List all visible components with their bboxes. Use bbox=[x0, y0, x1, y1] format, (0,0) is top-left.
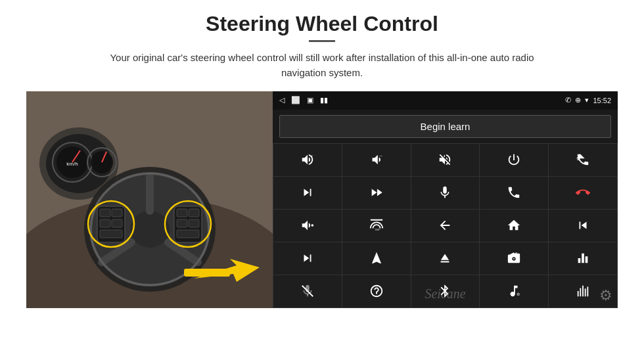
radio-button[interactable] bbox=[480, 242, 548, 275]
window-icon[interactable]: ⬜ bbox=[291, 96, 300, 104]
svg-text:⚙: ⚙ bbox=[517, 292, 520, 296]
status-right: ✆ ⊕ ▾ 15:52 bbox=[565, 96, 611, 104]
svg-rect-29 bbox=[177, 219, 187, 227]
svg-point-38 bbox=[311, 224, 313, 227]
svg-text:360°: 360° bbox=[375, 228, 380, 231]
home-button[interactable] bbox=[480, 210, 548, 242]
svg-rect-27 bbox=[177, 209, 187, 217]
settings-button[interactable] bbox=[342, 275, 411, 307]
skip-next-button[interactable] bbox=[273, 177, 342, 209]
skip-previous-button[interactable] bbox=[549, 210, 617, 242]
android-screen: ◁ ⬜ ▣ ▮▮ ✆ ⊕ ▾ 15:52 Begin learn bbox=[273, 91, 618, 308]
music-button[interactable]: ⚙ bbox=[480, 275, 548, 307]
begin-learn-button[interactable]: Begin learn bbox=[279, 115, 611, 138]
vol-up-button[interactable]: + bbox=[273, 144, 342, 176]
phone-answer-button[interactable] bbox=[480, 177, 548, 209]
clock: 15:52 bbox=[593, 97, 611, 104]
begin-learn-row: Begin learn bbox=[273, 110, 618, 143]
svg-text:+: + bbox=[310, 153, 313, 159]
wifi-icon: ▾ bbox=[585, 96, 589, 104]
content-row: km/h bbox=[26, 91, 618, 308]
mic-button[interactable] bbox=[411, 177, 480, 209]
svg-rect-31 bbox=[177, 230, 199, 238]
title-divider bbox=[309, 40, 335, 42]
equalizer-button[interactable] bbox=[549, 242, 617, 275]
svg-rect-21 bbox=[112, 209, 122, 217]
svg-rect-23 bbox=[112, 219, 122, 227]
phone-prev-button[interactable] bbox=[549, 144, 617, 176]
svg-rect-34 bbox=[184, 269, 230, 277]
eject-button[interactable] bbox=[411, 242, 480, 275]
page-title: Steering Wheel Control bbox=[206, 12, 438, 36]
fast-forward-button[interactable] bbox=[342, 177, 411, 209]
power-button[interactable] bbox=[480, 144, 548, 176]
settings-gear-icon[interactable]: ⚙ bbox=[599, 287, 612, 304]
camera360-button[interactable]: 360° bbox=[342, 210, 411, 242]
back-nav-button[interactable] bbox=[411, 210, 480, 242]
status-bar: ◁ ⬜ ▣ ▮▮ ✆ ⊕ ▾ 15:52 bbox=[273, 91, 618, 110]
location-icon: ⊕ bbox=[575, 96, 581, 104]
svg-rect-20 bbox=[100, 209, 110, 217]
status-left: ◁ ⬜ ▣ ▮▮ bbox=[279, 96, 328, 104]
horn-button[interactable] bbox=[273, 210, 342, 242]
svg-rect-30 bbox=[189, 219, 199, 227]
svg-point-13 bbox=[130, 211, 170, 248]
controls-grid: + − bbox=[273, 143, 618, 308]
square-icon[interactable]: ▣ bbox=[307, 96, 313, 104]
navigation-button[interactable] bbox=[342, 242, 411, 275]
back-nav-icon[interactable]: ◁ bbox=[279, 96, 285, 104]
phone-hang-up-button[interactable] bbox=[549, 177, 617, 209]
signal-bars-icon: ▮▮ bbox=[320, 96, 328, 104]
svg-rect-28 bbox=[189, 209, 199, 217]
page-subtitle: Your original car's steering wheel contr… bbox=[92, 50, 552, 81]
skip-forward-button[interactable] bbox=[273, 242, 342, 275]
bluetooth-button[interactable] bbox=[411, 275, 480, 307]
vol-down-button[interactable]: − bbox=[342, 144, 411, 176]
mute-button[interactable] bbox=[411, 144, 480, 176]
car-image: km/h bbox=[26, 91, 273, 308]
phone-status-icon: ✆ bbox=[565, 96, 571, 104]
svg-rect-22 bbox=[100, 219, 110, 227]
svg-rect-24 bbox=[100, 230, 122, 238]
svg-text:−: − bbox=[379, 153, 382, 159]
mic2-button[interactable] bbox=[273, 275, 342, 307]
